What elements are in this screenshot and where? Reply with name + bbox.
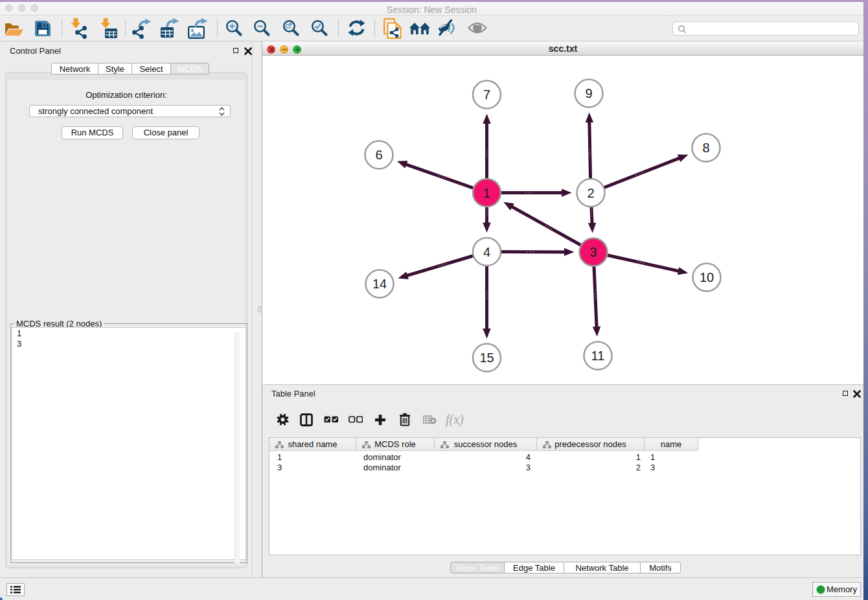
svg-text:1: 1 (483, 186, 490, 200)
svg-text:2: 2 (587, 186, 594, 200)
svg-text:6: 6 (375, 148, 382, 162)
svg-text:4: 4 (483, 245, 490, 259)
svg-text:7: 7 (483, 87, 490, 102)
svg-text:10: 10 (700, 270, 714, 284)
svg-text:3: 3 (589, 245, 597, 259)
svg-text:9: 9 (585, 86, 592, 100)
svg-text:14: 14 (372, 277, 387, 291)
svg-text:15: 15 (479, 351, 494, 365)
svg-text:8: 8 (702, 141, 709, 155)
svg-text:11: 11 (591, 349, 605, 363)
